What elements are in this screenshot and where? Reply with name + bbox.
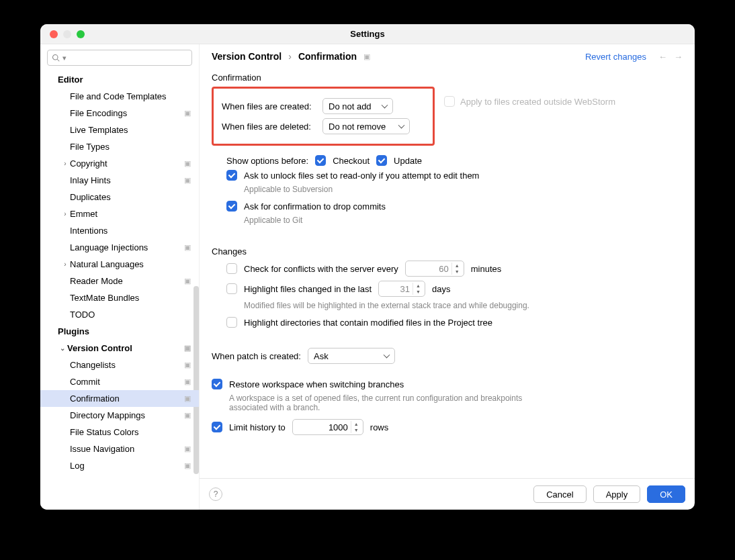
sidebar-item-todo[interactable]: TODO (40, 306, 199, 323)
sidebar-item-changelists[interactable]: Changelists▣ (40, 357, 199, 373)
sidebar-item-label: Editor (58, 75, 199, 85)
spinner-icon[interactable]: ▲▼ (351, 421, 361, 433)
sidebar-item-file-encodings[interactable]: File Encodings▣ (40, 105, 199, 122)
sidebar-item-issue-navigation[interactable]: Issue Navigation▣ (40, 440, 199, 457)
limit-history-checkbox[interactable] (212, 422, 222, 432)
settings-tree[interactable]: EditorFile and Code TemplatesFile Encodi… (40, 71, 199, 510)
project-overlay-icon: ▣ (184, 277, 191, 285)
show-before-checkout-label: Checkout (333, 156, 370, 166)
window-title: Settings (40, 29, 695, 39)
sidebar-item-version-control[interactable]: ⌄Version Control▣ (40, 340, 199, 357)
cancel-button[interactable]: Cancel (533, 485, 586, 503)
breadcrumb-root[interactable]: Version Control (212, 51, 282, 62)
highlight-dirs-checkbox[interactable] (226, 317, 237, 328)
sidebar-item-emmet[interactable]: ›Emmet (40, 205, 199, 222)
help-icon[interactable]: ? (209, 487, 222, 501)
apply-button[interactable]: Apply (593, 485, 641, 503)
conflicts-input[interactable]: 60 ▲▼ (405, 261, 464, 277)
revert-changes-link[interactable]: Revert changes (585, 52, 646, 62)
search-input[interactable]: ▾ (47, 50, 192, 66)
unlock-checkbox[interactable] (226, 170, 237, 181)
sidebar-item-label: Changelists (70, 360, 184, 370)
drop-commits-label: Ask for confirmation to drop commits (244, 201, 386, 212)
sidebar-item-log[interactable]: Log▣ (40, 457, 199, 474)
show-before-update-label: Update (394, 156, 422, 166)
sidebar-item-label: Issue Navigation (70, 444, 184, 454)
sidebar-item-file-and-code-templates[interactable]: File and Code Templates (40, 88, 199, 105)
chevron-down-icon[interactable]: ⌄ (58, 344, 67, 352)
restore-desc: A workspace is a set of opened files, th… (229, 393, 552, 412)
spinner-icon[interactable]: ▲▼ (451, 263, 462, 275)
sidebar-item-plugins[interactable]: Plugins (40, 323, 199, 340)
sidebar-item-label: Language Injections (70, 242, 184, 252)
settings-window: Settings ▾ EditorFile and Code Templates… (40, 24, 695, 510)
project-overlay-icon: ▣ (184, 361, 191, 369)
breadcrumb: Version Control › Confirmation ▣ (212, 51, 370, 62)
conflicts-checkbox[interactable] (226, 263, 237, 274)
sidebar-item-inlay-hints[interactable]: Inlay Hints▣ (40, 172, 199, 189)
sidebar-item-language-injections[interactable]: Language Injections▣ (40, 239, 199, 256)
project-overlay-icon: ▣ (363, 52, 370, 61)
sidebar-item-confirmation[interactable]: Confirmation▣ (40, 390, 199, 407)
project-overlay-icon: ▣ (184, 394, 191, 403)
conflicts-label: Check for conflicts with the server ever… (244, 264, 398, 274)
sidebar-item-directory-mappings[interactable]: Directory Mappings▣ (40, 407, 199, 424)
sidebar-item-label: Emmet (70, 209, 199, 219)
sidebar-item-live-templates[interactable]: Live Templates (40, 122, 199, 138)
nav-forward-icon[interactable]: → (674, 52, 683, 62)
patch-select[interactable]: Ask (308, 348, 395, 364)
sidebar-item-file-types[interactable]: File Types (40, 138, 199, 155)
sidebar-item-file-status-colors[interactable]: File Status Colors (40, 424, 199, 440)
drop-commits-desc: Applicable to Git (244, 216, 683, 225)
restore-checkbox[interactable] (212, 379, 222, 389)
project-overlay-icon: ▣ (184, 445, 191, 453)
sidebar-item-copyright[interactable]: ›Copyright▣ (40, 155, 199, 172)
created-label: When files are created: (222, 101, 316, 111)
drop-commits-checkbox[interactable] (226, 201, 237, 212)
project-overlay-icon: ▣ (184, 243, 191, 252)
sidebar-item-textmate-bundles[interactable]: TextMate Bundles (40, 289, 199, 306)
sidebar-item-commit[interactable]: Commit▣ (40, 373, 199, 390)
sidebar-item-natural-languages[interactable]: ›Natural Languages (40, 256, 199, 273)
apply-outside-label: Apply to files created outside WebStorm (460, 97, 615, 107)
section-confirmation-title: Confirmation (212, 73, 683, 83)
nav-back-icon[interactable]: ← (658, 52, 667, 62)
sidebar-item-reader-mode[interactable]: Reader Mode▣ (40, 273, 199, 289)
sidebar-item-label: Intentions (70, 226, 199, 236)
sidebar-item-label: Inlay Hints (70, 175, 184, 185)
breadcrumb-leaf: Confirmation (298, 51, 357, 62)
show-before-checkout-checkbox[interactable] (315, 155, 326, 166)
sidebar-item-duplicates[interactable]: Duplicates (40, 189, 199, 205)
main-panel: Version Control › Confirmation ▣ Revert … (200, 44, 695, 510)
deleted-select[interactable]: Do not remove (322, 118, 410, 134)
apply-outside-checkbox[interactable] (444, 96, 455, 107)
chevron-right-icon[interactable]: › (60, 160, 70, 167)
unlock-label: Ask to unlock files set to read-only if … (244, 171, 479, 181)
limit-history-input[interactable]: 1000 ▲▼ (292, 419, 363, 435)
chevron-right-icon[interactable]: › (60, 261, 70, 268)
project-overlay-icon: ▣ (184, 344, 191, 353)
show-before-label: Show options before: (226, 156, 308, 166)
spinner-icon[interactable]: ▲▼ (413, 283, 423, 295)
sidebar-item-label: File Types (70, 142, 199, 152)
footer: ? Cancel Apply OK (200, 478, 695, 510)
show-before-update-checkbox[interactable] (376, 155, 387, 166)
created-select[interactable]: Do not add (322, 98, 393, 114)
chevron-right-icon: › (288, 51, 292, 62)
project-overlay-icon: ▣ (184, 411, 191, 420)
section-changes-title: Changes (212, 246, 683, 256)
highlight-files-checkbox[interactable] (226, 283, 237, 294)
highlight-files-unit: days (432, 284, 450, 294)
search-icon (52, 54, 60, 62)
sidebar-item-label: Natural Languages (70, 259, 199, 269)
sidebar-item-intentions[interactable]: Intentions (40, 222, 199, 239)
project-overlay-icon: ▣ (184, 461, 191, 470)
sidebar-item-label: Log (70, 461, 184, 471)
chevron-right-icon[interactable]: › (60, 210, 70, 218)
confirmation-callout: When files are created: Do not add When … (212, 87, 435, 146)
ok-button[interactable]: OK (647, 485, 685, 503)
sidebar-item-editor[interactable]: Editor (40, 71, 199, 88)
titlebar: Settings (40, 24, 695, 44)
project-overlay-icon: ▣ (184, 109, 191, 118)
highlight-files-input[interactable]: 31 ▲▼ (378, 281, 425, 297)
